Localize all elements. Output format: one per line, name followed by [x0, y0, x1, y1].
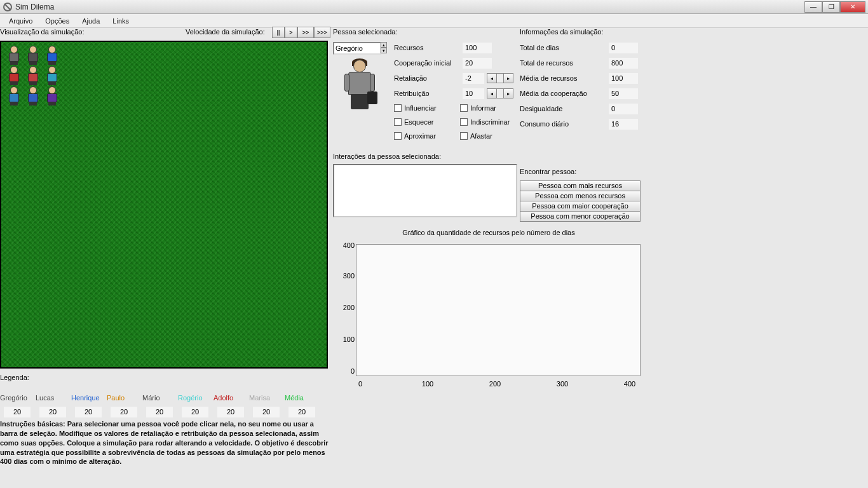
label-media-coop: Média da cooperação: [520, 90, 609, 97]
x-tick-300: 300: [553, 380, 572, 388]
find-menos-recursos-button[interactable]: Pessoa com menos recursos: [520, 191, 641, 201]
menubar: Arquivo Opções Ajuda Links: [0, 14, 868, 28]
retribuicao-left-button[interactable]: ◂: [487, 88, 497, 98]
speed-ff-button[interactable]: >>: [297, 27, 314, 38]
label-interacoes: Interações da pessoa selecionada:: [333, 152, 441, 160]
retaliacao-right-button[interactable]: ▸: [503, 73, 513, 83]
value-consumo: 16: [609, 119, 638, 130]
legend-col-média: Média20: [285, 394, 320, 417]
legend-name[interactable]: Mário: [142, 394, 178, 403]
sprite-adolfo[interactable]: [6, 86, 22, 105]
speed-play-button[interactable]: >: [285, 27, 297, 38]
person-spin-down[interactable]: ▾: [381, 48, 387, 53]
retaliacao-left-button[interactable]: ◂: [487, 73, 497, 83]
minimize-button[interactable]: —: [804, 1, 822, 13]
legend-name[interactable]: Rogério: [178, 394, 214, 403]
checkbox-aproximar[interactable]: [394, 132, 402, 140]
label-retribuicao: Retribuição: [394, 90, 463, 97]
y-tick-200: 200: [336, 304, 355, 311]
label-coop-inicial: Cooperação inicial: [394, 59, 463, 67]
sprite-lucas[interactable]: [25, 46, 41, 65]
label-pessoa-selecionada: Pessoa selecionada:: [333, 28, 398, 36]
interactions-listbox[interactable]: [333, 164, 517, 217]
label-legenda: Legenda:: [0, 374, 329, 381]
checkbox-informar[interactable]: [460, 104, 468, 112]
legend-name[interactable]: Adolfo: [214, 394, 249, 403]
label-retaliacao: Retaliação: [394, 74, 463, 82]
legend-name[interactable]: Lucas: [36, 394, 71, 403]
sprite-extra[interactable]: [44, 86, 60, 105]
legend-name[interactable]: Henrique: [71, 394, 107, 403]
menu-opcoes[interactable]: Opções: [39, 15, 76, 27]
label-esquecer: Esquecer: [404, 118, 433, 126]
maximize-button[interactable]: ❐: [822, 1, 840, 13]
speed-pause-button[interactable]: ||: [272, 27, 285, 38]
sprite-marisa[interactable]: [25, 86, 41, 105]
legend-col-adolfo: Adolfo20: [214, 394, 249, 417]
legend-name[interactable]: Paulo: [107, 394, 142, 403]
legend-col-gregório: Gregório20: [0, 394, 36, 417]
label-encontrar: Encontrar pessoa:: [520, 168, 644, 175]
value-retaliacao: -2: [463, 73, 484, 84]
app-icon: [3, 2, 13, 12]
legend-value: 20: [146, 407, 173, 417]
character-preview: [342, 60, 377, 111]
label-visualizacao: Visualização da simulação:: [0, 28, 84, 36]
find-maior-coop-button[interactable]: Pessoa com maior cooperação: [520, 201, 641, 212]
retribuicao-right-button[interactable]: ▸: [503, 88, 513, 98]
label-media-recursos: Média de recursos: [520, 74, 609, 82]
window-title: Sim Dilema: [15, 3, 804, 11]
legend-name[interactable]: Marisa: [249, 394, 285, 403]
sprite-paulo[interactable]: [6, 66, 22, 85]
label-recursos: Recursos: [394, 44, 463, 51]
label-desigualdade: Desigualdade: [520, 105, 609, 112]
menu-links[interactable]: Links: [106, 15, 135, 27]
legend-value: 20: [75, 407, 102, 417]
chart-title: Gráfico da quantidade de recursos pelo n…: [333, 229, 644, 236]
sprite-henrique[interactable]: [44, 46, 60, 65]
sprite-mario[interactable]: [25, 66, 41, 85]
svg-line-1: [4, 4, 11, 10]
checkbox-influenciar[interactable]: [394, 104, 402, 112]
sprite-gregorio[interactable]: [6, 46, 22, 65]
legend-col-rogério: Rogério20: [178, 394, 214, 417]
chart-plot: [356, 244, 641, 376]
legend-col-paulo: Paulo20: [107, 394, 142, 417]
speed-controls: || > >> >>>: [272, 27, 330, 38]
value-total-recursos: 800: [609, 58, 638, 69]
value-recursos: 100: [463, 43, 492, 53]
label-velocidade: Velocidade da simulação:: [186, 28, 265, 36]
y-tick-300: 300: [336, 272, 355, 280]
legend-row: Gregório20Lucas20Henrique20Paulo20Mário2…: [0, 394, 329, 417]
sprite-rogerio[interactable]: [44, 66, 60, 85]
retribuicao-track[interactable]: [497, 88, 503, 98]
chart-area: Gráfico da quantidade de recursos pelo n…: [333, 229, 644, 400]
legend-value: 20: [253, 407, 280, 417]
find-mais-recursos-button[interactable]: Pessoa com mais recursos: [520, 180, 641, 191]
checkbox-indiscriminar[interactable]: [460, 118, 468, 126]
close-button[interactable]: ✕: [840, 1, 865, 13]
find-menor-coop-button[interactable]: Pessoa com menor cooperação: [520, 211, 641, 222]
value-media-recursos: 100: [609, 73, 638, 84]
legend-value: 20: [111, 407, 137, 417]
legend-name[interactable]: Gregório: [0, 394, 36, 403]
checkbox-esquecer[interactable]: [394, 118, 402, 126]
person-spin-up[interactable]: ▴: [381, 42, 387, 48]
legend-col-marisa: Marisa20: [249, 394, 285, 417]
menu-ajuda[interactable]: Ajuda: [76, 15, 106, 27]
legend-name[interactable]: Média: [285, 394, 320, 403]
x-tick-100: 100: [418, 380, 437, 388]
titlebar: Sim Dilema — ❐ ✕: [0, 0, 868, 14]
speed-fff-button[interactable]: >>>: [314, 27, 330, 38]
legend-value: 20: [288, 407, 315, 417]
menu-arquivo[interactable]: Arquivo: [3, 15, 39, 27]
y-tick-100: 100: [336, 336, 355, 343]
simulation-viewport[interactable]: [0, 41, 328, 369]
retaliacao-track[interactable]: [497, 73, 503, 83]
label-afastar: Afastar: [470, 132, 492, 140]
checkbox-afastar[interactable]: [460, 132, 468, 140]
label-consumo: Consumo diário: [520, 120, 609, 128]
person-select[interactable]: [333, 42, 381, 55]
value-coop-inicial: 20: [463, 58, 492, 69]
label-aproximar: Aproximar: [404, 132, 436, 140]
